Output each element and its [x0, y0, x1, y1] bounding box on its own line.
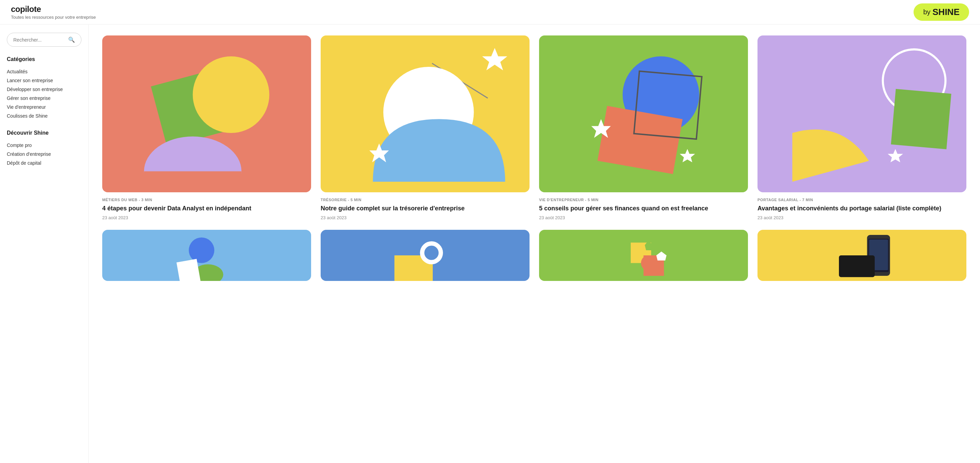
card-portage[interactable]: PORTAGE SALARIAL - 7 min Avantages et in… [757, 35, 966, 220]
card-image-3 [539, 35, 748, 192]
card-meta-2: TRÉSORERIE - 5 min [321, 198, 530, 202]
card-row2-4[interactable] [757, 230, 966, 286]
card-image-row2-3 [539, 230, 748, 281]
site-subtitle: Toutes les ressources pour votre entrepr… [11, 15, 96, 20]
svg-marker-16 [888, 149, 903, 162]
logo-area: copilote Toutes les ressources pour votr… [11, 5, 96, 20]
shine-badge[interactable]: by SHINE [913, 3, 969, 21]
svg-marker-26 [645, 240, 652, 250]
card-date-1: 23 août 2023 [102, 215, 311, 220]
shine-text: SHINE [932, 7, 959, 18]
card-meta-1: MÉTIERS DU WEB - 3 min [102, 198, 311, 202]
card-meta-4: PORTAGE SALARIAL - 7 min [757, 198, 966, 202]
card-meta-3: VIE D'ENTREPRENEUR - 5 min [539, 198, 748, 202]
svg-point-22 [424, 246, 439, 260]
header: copilote Toutes les ressources pour votr… [0, 0, 980, 24]
svg-marker-12 [680, 149, 695, 162]
main-content: MÉTIERS DU WEB - 3 min 4 étapes pour dev… [89, 24, 980, 463]
card-date-3: 23 août 2023 [539, 215, 748, 220]
svg-point-1 [193, 56, 269, 133]
svg-rect-31 [839, 255, 875, 277]
card-data-analyst[interactable]: MÉTIERS DU WEB - 3 min 4 étapes pour dev… [102, 35, 311, 220]
site-title: copilote [11, 5, 96, 14]
svg-marker-27 [656, 252, 667, 260]
card-image-row2-1 [102, 230, 311, 281]
sidebar: 🔍 Catégories Actualités Lancer son entre… [0, 24, 89, 463]
card-title-3: 5 conseils pour gérer ses finances quand… [539, 204, 748, 212]
discover-title: Découvrir Shine [7, 130, 81, 136]
card-tresorerie[interactable]: TRÉSORERIE - 5 min Notre guide complet s… [321, 35, 530, 220]
card-image-1 [102, 35, 311, 192]
sidebar-item-actualites[interactable]: Actualités [7, 67, 81, 76]
categories-section: Catégories Actualités Lancer son entrepr… [7, 56, 81, 120]
cards-grid-row2 [102, 230, 966, 286]
sidebar-item-lancer[interactable]: Lancer son entreprise [7, 76, 81, 85]
card-image-row2-4 [757, 230, 966, 281]
svg-point-17 [189, 238, 214, 263]
search-input[interactable] [13, 37, 68, 43]
svg-point-25 [641, 255, 656, 271]
sidebar-item-gerer[interactable]: Gérer son entreprise [7, 94, 81, 103]
page-layout: 🔍 Catégories Actualités Lancer son entre… [0, 24, 980, 463]
card-image-4 [757, 35, 966, 192]
card-image-2 [321, 35, 530, 192]
svg-marker-4 [482, 48, 508, 70]
sidebar-item-depot[interactable]: Dépôt de capital [7, 158, 81, 168]
by-text: by [923, 8, 930, 16]
sidebar-item-creation[interactable]: Création d'entreprise [7, 150, 81, 158]
card-date-2: 23 août 2023 [321, 215, 530, 220]
sidebar-item-coulisses[interactable]: Coulisses de Shine [7, 112, 81, 120]
sidebar-item-vie[interactable]: Vie d'entrepreneur [7, 103, 81, 112]
card-title-1: 4 étapes pour devenir Data Analyst en in… [102, 204, 311, 212]
search-icon: 🔍 [68, 37, 75, 43]
categories-title: Catégories [7, 56, 81, 62]
svg-rect-3 [144, 171, 242, 192]
card-title-2: Notre guide complet sur la trésorerie d'… [321, 204, 530, 212]
card-image-row2-2 [321, 230, 530, 281]
discover-section: Découvrir Shine Compte pro Création d'en… [7, 130, 81, 168]
svg-rect-15 [891, 89, 951, 149]
sidebar-item-compte-pro[interactable]: Compte pro [7, 141, 81, 150]
sidebar-item-developper[interactable]: Développer son entreprise [7, 85, 81, 94]
card-freelance[interactable]: VIE D'ENTREPRENEUR - 5 min 5 conseils po… [539, 35, 748, 220]
card-row2-2[interactable] [321, 230, 530, 286]
card-date-4: 23 août 2023 [757, 215, 966, 220]
card-title-4: Avantages et inconvénients du portage sa… [757, 204, 966, 212]
search-box[interactable]: 🔍 [7, 33, 81, 47]
cards-grid: MÉTIERS DU WEB - 3 min 4 étapes pour dev… [102, 35, 966, 220]
card-row2-3[interactable] [539, 230, 748, 286]
card-row2-1[interactable] [102, 230, 311, 286]
